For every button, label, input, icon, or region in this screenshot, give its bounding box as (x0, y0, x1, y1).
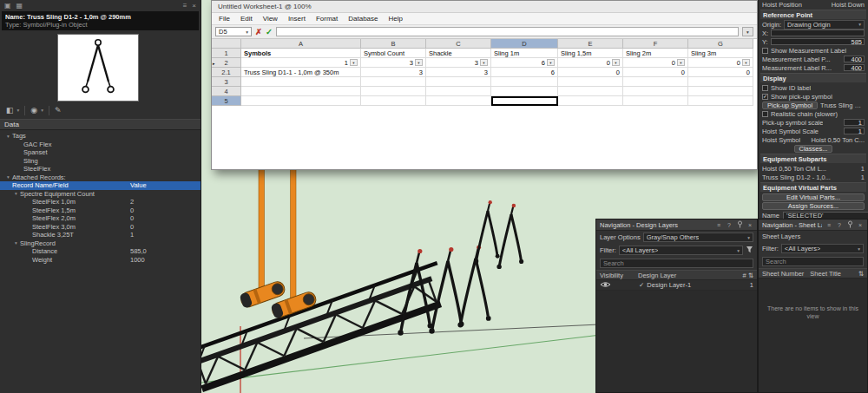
palette-titlebar[interactable]: Navigation - Design Layers ≡ ? × (596, 219, 757, 231)
close-icon[interactable]: × (746, 222, 753, 228)
layer-search-input[interactable] (600, 259, 753, 268)
cell-a2-1[interactable]: Truss Sling D1-1 - 1,0m @ 350m (241, 68, 361, 77)
menu-icon[interactable]: ≡ (715, 222, 722, 228)
edit-virtual-parts-button[interactable]: Edit Virtual Parts... (762, 193, 865, 201)
record-row[interactable]: Weight 1000 (0, 256, 201, 265)
cell-b2[interactable]: 3 ▾ (361, 58, 426, 68)
db-dropdown-icon[interactable]: ▾ (480, 59, 488, 66)
cell[interactable] (361, 96, 426, 106)
number-column-header[interactable]: # (743, 272, 746, 279)
row-header-3[interactable]: 3 (212, 77, 241, 87)
record-row[interactable]: SteelFlex 2,0m 0 (0, 214, 201, 223)
db-criteria-icon[interactable]: ▾ (350, 59, 358, 66)
render-dropdown-icon[interactable]: ▾ (41, 108, 43, 113)
menu-help[interactable]: Help (389, 15, 403, 23)
visibility-eye-icon[interactable] (600, 281, 636, 290)
cell-c2-1[interactable]: 3 (426, 68, 491, 77)
cell-e1[interactable]: Sling 1,5m (558, 49, 623, 58)
chevron-down-icon[interactable]: ▾ (246, 29, 248, 35)
cell[interactable] (491, 77, 558, 87)
cell-d2-1[interactable]: 6 (491, 68, 558, 77)
edit-tool-icon[interactable]: ✎ (55, 106, 62, 115)
data-tab-icon[interactable]: ▦ (16, 2, 23, 10)
classes-button[interactable]: Classes... (794, 145, 833, 153)
render-tool-icon[interactable]: ◉ (30, 106, 37, 115)
cell[interactable] (361, 77, 426, 87)
cell[interactable] (426, 87, 491, 96)
disclosure-icon[interactable]: ▾ (12, 191, 20, 196)
measurement-label-p-field[interactable]: 400 (844, 56, 865, 62)
origin-dropdown[interactable]: Drawing Origin ▾ (784, 20, 865, 29)
cell[interactable] (558, 77, 623, 87)
orange-strap-2[interactable] (291, 167, 297, 305)
row-header-5[interactable]: 5 (212, 96, 241, 106)
sheet-layers-label[interactable]: Sheet Layers (762, 233, 800, 240)
tag-item[interactable]: Sling (0, 157, 201, 166)
worksheet-titlebar[interactable]: Untitled Worksheet-1 @ 100% (212, 1, 757, 13)
row-header-2-1[interactable]: 2.1 (212, 68, 241, 77)
show-pickup-symbol-checkbox[interactable]: ✓ (762, 94, 768, 100)
menu-database[interactable]: Database (348, 15, 378, 23)
db-dropdown-icon[interactable]: ▾ (742, 59, 750, 66)
cell[interactable] (241, 96, 361, 106)
cell[interactable] (688, 96, 753, 106)
tree-group-tags[interactable]: ▾ Tags (0, 132, 201, 141)
cell-c1[interactable]: Shackle (426, 49, 491, 58)
layer-filter-dropdown[interactable]: <All Layers> ▾ (619, 246, 743, 255)
panel-close-icon[interactable]: × (192, 2, 196, 10)
menu-icon[interactable]: ≡ (825, 222, 832, 228)
cancel-entry-icon[interactable]: ✗ (255, 27, 262, 36)
column-header-b[interactable]: B (361, 39, 426, 49)
sort-icon[interactable]: ⇅ (748, 272, 753, 279)
disclosure-icon[interactable]: ▾ (12, 240, 20, 246)
cell-d1[interactable]: Sling 1m (491, 49, 558, 58)
sort-icon[interactable]: ⇅ (858, 270, 864, 278)
cell-f2[interactable]: 0 ▾ (623, 58, 688, 68)
y-field[interactable]: 585 (771, 38, 865, 45)
row-header-4[interactable]: 4 (212, 87, 241, 96)
panel-menu-icon[interactable]: ≡ (183, 2, 187, 10)
column-header-e[interactable]: E (558, 39, 623, 49)
hoist-position-value[interactable]: Hoist Down (832, 1, 865, 9)
db-dropdown-icon[interactable]: ▾ (677, 59, 685, 66)
tree-group-slingrecord[interactable]: ▾ SlingRecord (0, 239, 201, 248)
db-dropdown-icon[interactable]: ▾ (415, 59, 423, 66)
record-row[interactable]: SteelFlex 3,0m 0 (0, 223, 201, 232)
column-header-c[interactable]: C (426, 39, 491, 49)
menu-format[interactable]: Format (316, 15, 338, 23)
cell-f2-1[interactable]: 0 (623, 68, 688, 77)
x-field[interactable] (771, 29, 865, 36)
close-icon[interactable]: × (857, 222, 864, 228)
layer-options-label[interactable]: Layer Options (600, 233, 641, 241)
shape-tab-icon[interactable]: ▣ (4, 2, 11, 10)
cell[interactable] (623, 96, 688, 106)
name-field[interactable] (783, 212, 868, 219)
cell-g2-1[interactable]: 0 (688, 68, 753, 77)
hoist-symbol-scale-field[interactable]: 1 (844, 128, 865, 134)
cell-a1[interactable]: Symbols (241, 49, 361, 58)
cell[interactable] (558, 87, 623, 96)
orange-strap-1[interactable] (259, 167, 265, 294)
cell-f1[interactable]: Sling 2m (623, 49, 688, 58)
column-header-a[interactable]: A (241, 39, 361, 49)
cell-b2-1[interactable]: 3 (361, 68, 426, 77)
sling-symbol[interactable] (429, 247, 464, 334)
row-header-1[interactable]: 1 (212, 49, 241, 58)
record-row[interactable]: SteelFlex 1,5m 0 (0, 206, 201, 215)
pickup-symbol-button[interactable]: Pick-up Symbol (762, 102, 818, 109)
cell[interactable] (426, 77, 491, 87)
tag-item[interactable]: SteelFlex (0, 165, 201, 174)
filter-funnel-icon[interactable] (746, 246, 753, 255)
help-icon[interactable]: ? (726, 222, 733, 228)
record-row[interactable]: SteelFlex 1,0m 2 (0, 198, 201, 206)
design-layer-row[interactable]: ✓ Design Layer-1 1 (596, 280, 757, 291)
cell[interactable] (426, 96, 491, 106)
pickup-symbol-value[interactable]: Truss Sling D1-2 ... (820, 102, 865, 109)
style-tool-icon[interactable]: ◧ (6, 106, 14, 115)
tag-item[interactable]: GAC Flex (0, 141, 201, 149)
layer-options-dropdown[interactable]: Gray/Snap Others ▾ (643, 233, 753, 242)
cell-g2[interactable]: 0 ▾ (688, 58, 753, 68)
cell[interactable] (688, 87, 753, 96)
cell-e2[interactable]: 0 ▾ (558, 58, 623, 68)
menu-edit[interactable]: Edit (240, 15, 253, 23)
